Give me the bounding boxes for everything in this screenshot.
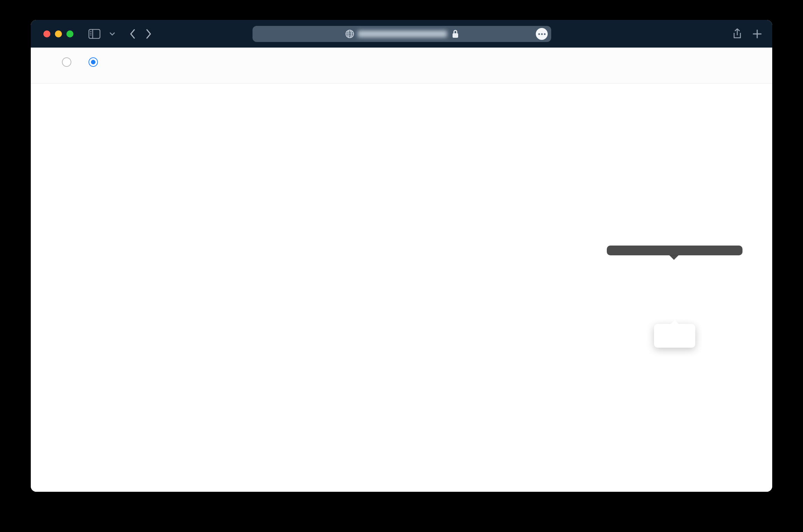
close-window-button[interactable]	[43, 30, 50, 37]
zoom-window-button[interactable]	[66, 30, 73, 37]
lock-icon	[452, 29, 459, 38]
tooltip-arrow	[669, 255, 679, 260]
popup-arrow	[670, 320, 679, 324]
url-redacted-text	[358, 30, 447, 37]
show-date-radio-circle[interactable]	[62, 57, 71, 67]
traffic-lights	[43, 30, 78, 37]
back-button[interactable]	[129, 28, 136, 40]
page-options-button[interactable]	[536, 28, 548, 40]
share-icon[interactable]	[732, 28, 742, 40]
forward-button[interactable]	[145, 28, 152, 40]
sidebar-toggle-icon[interactable]	[88, 29, 100, 39]
address-bar[interactable]	[253, 26, 551, 42]
browser-titlebar	[31, 20, 772, 48]
lite-radio[interactable]	[88, 57, 102, 67]
minimize-window-button[interactable]	[55, 30, 62, 37]
lite-radio-circle[interactable]	[88, 57, 98, 67]
page-content	[31, 48, 772, 492]
show-date-radio[interactable]	[62, 57, 75, 67]
browser-window	[31, 20, 772, 492]
globe-icon	[345, 29, 354, 38]
path-tooltip	[607, 246, 742, 255]
new-tab-plus-icon[interactable]	[753, 29, 762, 38]
chevron-down-icon[interactable]	[109, 32, 115, 36]
expanded-detail-panel	[31, 48, 772, 84]
backfill-popup-button[interactable]	[654, 324, 695, 348]
filter-bar	[31, 48, 772, 76]
